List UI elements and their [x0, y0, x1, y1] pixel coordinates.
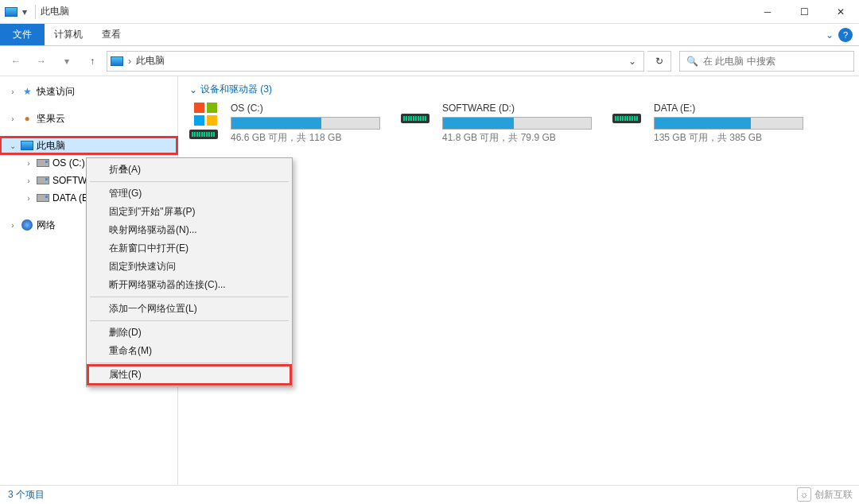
app-icon — [5, 7, 17, 17]
separator — [90, 181, 289, 182]
watermark: ☼ 创新互联 — [797, 487, 853, 502]
ctx-open-new[interactable]: 在新窗口中打开(E) — [88, 239, 290, 258]
separator — [90, 362, 289, 363]
drive-capacity-text: 46.6 GB 可用，共 118 GB — [231, 131, 380, 145]
sidebar-item-label: 坚果云 — [37, 112, 65, 126]
drive-software-d[interactable]: SOFTWARE (D:) 41.8 GB 可用，共 79.9 GB — [401, 103, 592, 145]
context-menu: 折叠(A) 管理(G) 固定到"开始"屏幕(P) 映射网络驱动器(N)... 在… — [86, 157, 293, 387]
drive-os-c[interactable]: OS (C:) 46.6 GB 可用，共 118 GB — [189, 103, 380, 145]
ctx-rename[interactable]: 重命名(M) — [88, 342, 290, 360]
drive-capacity-text: 41.8 GB 可用，共 79.9 GB — [442, 131, 592, 145]
maximize-button[interactable]: ☐ — [786, 0, 822, 24]
titlebar: ▾ 此电脑 ─ ☐ ✕ — [0, 0, 859, 24]
computer-icon — [21, 139, 33, 152]
drive-icon — [612, 103, 646, 145]
ctx-manage[interactable]: 管理(G) — [88, 184, 290, 203]
close-button[interactable]: ✕ — [822, 0, 859, 24]
chevron-right-icon[interactable]: › — [24, 159, 33, 168]
sidebar-item-label: 快速访问 — [37, 85, 75, 99]
sidebar-item-label: OS (C:) — [52, 157, 85, 169]
ribbon-tabs: 文件 计算机 查看 ⌄ ? — [0, 24, 859, 46]
group-header-devices[interactable]: ⌄ 设备和驱动器 (3) — [189, 83, 848, 96]
search-input[interactable] — [703, 56, 847, 67]
drive-capacity-text: 135 GB 可用，共 385 GB — [654, 131, 803, 145]
separator — [90, 320, 289, 321]
back-button[interactable]: ← — [5, 50, 27, 72]
window-title: 此电脑 — [41, 5, 69, 18]
drive-name: SOFTWARE (D:) — [442, 103, 592, 114]
drive-name: OS (C:) — [231, 103, 380, 114]
chevron-down-icon[interactable]: ⌄ — [8, 142, 17, 150]
status-bar: 3 个项目 — [0, 485, 859, 504]
watermark-text: 创新互联 — [814, 488, 853, 502]
chevron-right-icon[interactable]: › — [24, 176, 33, 185]
sidebar-item-label: 此电脑 — [37, 139, 65, 153]
ctx-pin-start[interactable]: 固定到"开始"屏幕(P) — [88, 203, 290, 221]
chevron-right-icon[interactable]: › — [8, 114, 17, 123]
sidebar-item-quick-access[interactable]: › ★ 快速访问 — [0, 83, 177, 100]
separator — [35, 5, 36, 19]
drive-data-e[interactable]: DATA (E:) 135 GB 可用，共 385 GB — [612, 103, 803, 145]
location-icon — [111, 56, 123, 66]
drive-name: DATA (E:) — [654, 103, 803, 114]
ctx-delete[interactable]: 删除(D) — [88, 324, 290, 342]
sidebar-item-nutcloud[interactable]: › ● 坚果云 — [0, 110, 177, 127]
address-bar[interactable]: › 此电脑 ⌄ — [107, 51, 644, 72]
search-icon: 🔍 — [686, 56, 698, 67]
tab-view[interactable]: 查看 — [92, 24, 130, 45]
chevron-right-icon[interactable]: › — [8, 221, 17, 230]
address-dropdown-icon[interactable]: ⌄ — [624, 56, 640, 67]
quick-access-dropdown-icon[interactable]: ▾ — [22, 6, 30, 17]
watermark-icon: ☼ — [797, 487, 811, 502]
capacity-bar — [654, 117, 803, 130]
chevron-down-icon[interactable]: ⌄ — [189, 84, 197, 95]
globe-icon — [21, 219, 33, 231]
separator — [90, 297, 289, 297]
nutcloud-icon: ● — [21, 112, 33, 125]
disk-icon — [37, 192, 49, 204]
help-icon[interactable]: ? — [838, 28, 853, 42]
chevron-right-icon[interactable]: › — [128, 56, 131, 67]
ctx-map-drive[interactable]: 映射网络驱动器(N)... — [88, 221, 290, 239]
toolbar: ← → ▾ ↑ › 此电脑 ⌄ ↻ 🔍 — [0, 46, 859, 76]
ctx-add-location[interactable]: 添加一个网络位置(L) — [88, 300, 290, 318]
sidebar-item-this-pc[interactable]: ⌄ 此电脑 — [0, 137, 177, 154]
disk-icon — [37, 157, 49, 169]
sidebar-item-label: DATA (E: — [52, 192, 91, 204]
ctx-disconnect[interactable]: 断开网络驱动器的连接(C)... — [88, 276, 290, 294]
ctx-collapse[interactable]: 折叠(A) — [88, 161, 290, 179]
minimize-button[interactable]: ─ — [749, 0, 786, 24]
refresh-button[interactable]: ↻ — [647, 51, 671, 72]
chevron-right-icon[interactable]: › — [24, 194, 33, 203]
group-header-label: 设备和驱动器 (3) — [200, 83, 272, 96]
sidebar-item-label: 网络 — [37, 219, 56, 232]
ctx-pin-quick-access[interactable]: 固定到快速访问 — [88, 258, 290, 276]
ctx-properties[interactable]: 属性(R) — [88, 366, 290, 384]
capacity-bar — [442, 117, 592, 130]
tab-computer[interactable]: 计算机 — [45, 24, 92, 45]
drive-icon — [401, 103, 434, 145]
expand-ribbon-icon[interactable]: ⌄ — [826, 29, 834, 41]
up-button[interactable]: ↑ — [81, 50, 103, 72]
star-icon: ★ — [21, 85, 33, 98]
tab-file[interactable]: 文件 — [0, 24, 45, 45]
breadcrumb[interactable]: 此电脑 — [136, 54, 165, 68]
status-item-count: 3 个项目 — [8, 488, 45, 502]
forward-button[interactable]: → — [30, 50, 52, 72]
drive-icon — [189, 103, 223, 145]
history-dropdown-icon[interactable]: ▾ — [56, 50, 78, 72]
search-box[interactable]: 🔍 — [679, 51, 854, 72]
disk-icon — [37, 174, 49, 187]
capacity-bar — [231, 117, 380, 130]
chevron-right-icon[interactable]: › — [8, 87, 17, 96]
